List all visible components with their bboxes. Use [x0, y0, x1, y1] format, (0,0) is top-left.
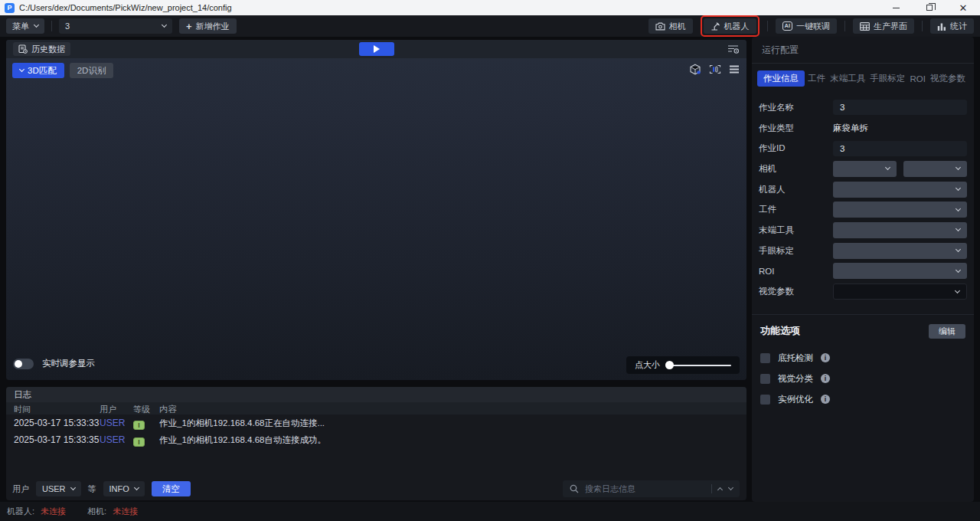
history-data-button[interactable]: 历史数据: [13, 42, 70, 56]
tab-3d-match[interactable]: 3D匹配: [12, 63, 64, 78]
search-next-icon[interactable]: [728, 485, 733, 490]
history-data-icon: [18, 44, 28, 54]
field-job-type: 作业类型 麻袋单拆: [759, 118, 967, 139]
config-tabs: 作业信息 工件 末端工具 手眼标定 ROI 视觉参数: [752, 64, 974, 87]
tab-2d-recognition[interactable]: 2D识别: [70, 63, 114, 78]
log-panel-title: 日志: [14, 389, 31, 401]
field-job-id: 作业ID: [759, 138, 967, 159]
chevron-down-icon: [34, 22, 39, 28]
clear-log-button[interactable]: 清空: [152, 481, 191, 496]
chevron-down-icon: [885, 165, 890, 170]
viewport-tools: [689, 64, 740, 75]
menu-lines-icon[interactable]: [729, 65, 740, 74]
tab-job-info[interactable]: 作业信息: [757, 70, 805, 87]
production-ui-button[interactable]: 生产界面: [853, 18, 914, 34]
log-panel-header: 日志: [6, 387, 746, 402]
function-options-list: 底托检测 i 视觉分类 i 实例优化 i: [752, 339, 974, 410]
tab-vision-params[interactable]: 视觉参数: [929, 70, 967, 87]
vision-classify-checkbox[interactable]: [760, 374, 770, 384]
pointcloud-cube-icon[interactable]: [689, 64, 701, 75]
robot-button[interactable]: 机器人: [704, 18, 756, 34]
camera-icon: [655, 22, 665, 31]
field-robot: 机器人: [759, 179, 967, 200]
statistics-button[interactable]: 统计: [930, 18, 974, 34]
log-user-filter-select[interactable]: USER: [36, 481, 81, 496]
display-filter-button[interactable]: [727, 44, 740, 54]
one-key-debug-label: 一键联调: [796, 21, 830, 32]
log-col-level: 等级: [133, 404, 150, 415]
grid-icon: [860, 22, 870, 31]
option-label: 实例优化: [778, 394, 813, 405]
robot-status-value: 未连接: [41, 506, 66, 517]
camera-button[interactable]: 相机: [648, 18, 693, 34]
tab-roi[interactable]: ROI: [908, 72, 926, 86]
function-options-title: 功能选项: [760, 324, 800, 338]
toolbar-separator: [767, 21, 768, 31]
log-col-content: 内容: [159, 404, 177, 415]
restore-button[interactable]: [913, 0, 946, 15]
field-hand-eye: 手眼标定: [759, 241, 967, 261]
field-label: 作业ID: [759, 143, 833, 154]
hand-eye-select[interactable]: [833, 243, 967, 259]
job-id-input[interactable]: [833, 141, 967, 156]
field-job-name: 作业名称: [759, 97, 967, 118]
tab-hand-eye-calib[interactable]: 手眼标定: [868, 70, 906, 87]
log-filter-user-label: 用户: [12, 483, 29, 495]
job-select[interactable]: 3: [59, 18, 172, 34]
point-size-slider-thumb[interactable]: [665, 361, 674, 369]
history-data-label: 历史数据: [31, 44, 65, 55]
info-icon[interactable]: i: [821, 395, 830, 404]
point-size-label: 点大小: [635, 359, 660, 371]
restore-icon: [926, 5, 933, 11]
log-time: 2025-03-17 15:33:33: [14, 418, 99, 428]
vision-params-select[interactable]: [833, 283, 967, 300]
field-label: 相机: [759, 163, 833, 175]
log-row: 2025-03-17 15:33:35 USER I 作业_1的相机192.16…: [6, 431, 746, 448]
menu-button[interactable]: 菜单: [6, 18, 44, 34]
option-pallet-detection: 底托检测 i: [760, 348, 965, 369]
tab-workpiece[interactable]: 工件: [806, 70, 827, 87]
log-search-input[interactable]: [585, 484, 705, 493]
log-level-filter-value: INFO: [109, 484, 129, 493]
pallet-detection-checkbox[interactable]: [760, 353, 770, 363]
clear-log-label: 清空: [162, 483, 180, 495]
search-prev-icon[interactable]: [717, 487, 723, 493]
chevron-down-icon: [956, 206, 961, 211]
run-button[interactable]: [359, 42, 394, 56]
add-job-label: 新增作业: [196, 21, 230, 32]
realtime-param-toggle[interactable]: [13, 359, 34, 369]
menu-button-label: 菜单: [12, 21, 29, 32]
job-select-value: 3: [65, 21, 70, 31]
point-size-slider[interactable]: [667, 365, 731, 366]
info-icon[interactable]: i: [821, 374, 830, 383]
option-instance-optimize: 实例优化 i: [760, 389, 965, 410]
log-level-filter-select[interactable]: INFO: [103, 481, 145, 496]
end-tool-select[interactable]: [833, 222, 967, 238]
chevron-down-icon: [956, 185, 961, 191]
log-search-box: [563, 480, 740, 497]
log-filter-bar: 用户 USER 等 INFO 清空: [6, 480, 746, 497]
viewport-3d[interactable]: 历史数据 3D匹配 2D识别 实时调参显示 点大小: [6, 40, 746, 380]
window-titlebar: P C:/Users/dex/Documents/PickWiz/new_pro…: [0, 0, 980, 15]
info-icon[interactable]: i: [821, 353, 830, 362]
minimize-button[interactable]: [879, 0, 913, 15]
robot-select[interactable]: [833, 182, 967, 198]
log-col-user: 用户: [100, 404, 116, 415]
camera-select-2[interactable]: [903, 161, 967, 177]
instance-optimize-checkbox[interactable]: [760, 395, 770, 405]
workpiece-select[interactable]: [833, 202, 967, 218]
add-job-button[interactable]: + 新增作业: [179, 18, 237, 34]
camera-select-1[interactable]: [833, 161, 897, 177]
field-end-tool: 末端工具: [759, 220, 967, 241]
one-key-debug-button[interactable]: AI 一键联调: [776, 18, 838, 34]
job-name-input[interactable]: [833, 100, 967, 115]
field-label: 作业类型: [759, 123, 833, 134]
log-col-time: 时间: [14, 404, 31, 415]
tab-end-tool[interactable]: 末端工具: [828, 70, 867, 87]
frame-capture-icon[interactable]: [709, 64, 721, 74]
play-icon: [374, 45, 380, 53]
edit-button[interactable]: 编辑: [929, 324, 965, 339]
close-button[interactable]: ✕: [946, 0, 980, 15]
chevron-down-icon: [955, 287, 960, 293]
roi-select[interactable]: [833, 263, 967, 279]
